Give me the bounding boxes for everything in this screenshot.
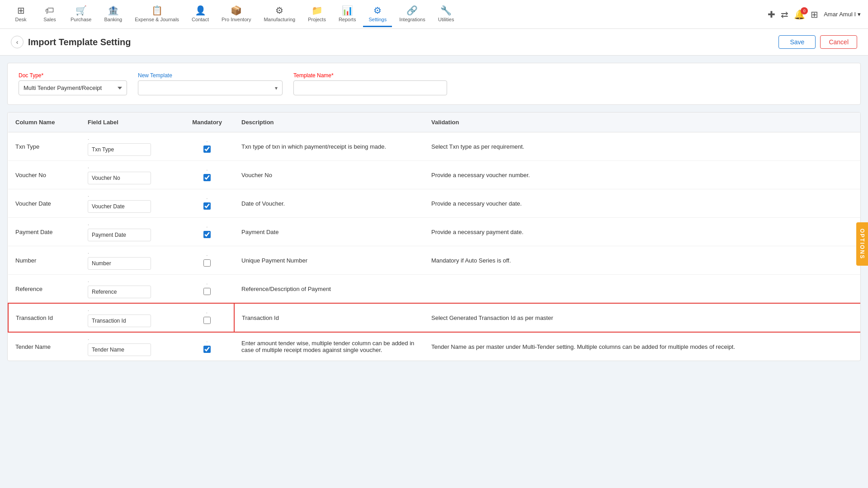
nav-item-sales[interactable]: 🏷 Sales xyxy=(36,2,63,27)
col-desc-voucher-date: Date of Voucher. xyxy=(234,189,424,218)
grid-icon[interactable]: ⊞ xyxy=(811,9,818,20)
col-mandatory-transaction-id: · xyxy=(180,303,234,332)
col-header-validation: Validation xyxy=(424,113,860,132)
col-field-txn-type: · xyxy=(80,132,180,161)
nav-item-projects[interactable]: 📁 Projects xyxy=(302,1,331,27)
nav-item-contact[interactable]: 👤 Contact xyxy=(186,1,214,27)
contact-icon: 👤 xyxy=(195,5,206,16)
field-input-voucher-date[interactable] xyxy=(88,200,151,213)
field-input-txn-type[interactable] xyxy=(88,143,151,156)
col-desc-txn-type: Txn type of txn in which payment/receipt… xyxy=(234,132,424,161)
mandatory-checkbox-reference[interactable] xyxy=(203,288,211,295)
nav-label-utilities: Utilities xyxy=(438,17,454,22)
page-header: ‹ Import Template Setting Save Cancel xyxy=(0,29,868,56)
notification-icon[interactable]: 🔔 0 xyxy=(794,9,805,20)
table-row: Number··Unique Payment NumberMandatory i… xyxy=(8,246,860,275)
col-header-mandatory: Mandatory xyxy=(180,113,234,132)
nav-item-manufacturing[interactable]: ⚙ Manufacturing xyxy=(258,1,301,27)
back-button[interactable]: ‹ xyxy=(11,36,24,48)
purchase-icon: 🛒 xyxy=(75,5,87,16)
nav-item-utilities[interactable]: 🔧 Utilities xyxy=(433,1,460,27)
mandatory-checkbox-tender-name[interactable] xyxy=(203,346,211,353)
mandatory-checkbox-number[interactable] xyxy=(203,259,211,267)
mandatory-checkbox-voucher-no[interactable] xyxy=(203,174,211,181)
col-validation-tender-name: Tender Name as per master under Multi-Te… xyxy=(424,332,860,361)
template-name-label: Template Name* xyxy=(293,72,447,79)
col-desc-number: Unique Payment Number xyxy=(234,246,424,275)
table-row: Payment Date··Payment DateProvide a nece… xyxy=(8,218,860,246)
nav-item-integrations[interactable]: 🔗 Integrations xyxy=(394,1,430,27)
col-field-tender-name: · xyxy=(80,332,180,361)
transfer-icon[interactable]: ⇄ xyxy=(781,9,788,20)
table-row: Reference··Reference/Description of Paym… xyxy=(8,275,860,304)
add-icon[interactable]: ✚ xyxy=(768,9,775,20)
new-template-select-wrap: ▾ xyxy=(138,80,283,95)
expense-icon: 📋 xyxy=(151,5,163,16)
template-name-group: Template Name* xyxy=(293,72,447,95)
new-template-chevron-icon: ▾ xyxy=(270,85,282,91)
nav-label-reports: Reports xyxy=(339,17,356,22)
field-input-number[interactable] xyxy=(88,257,151,270)
col-name-reference: Reference xyxy=(8,275,80,304)
field-input-reference[interactable] xyxy=(88,286,151,298)
nav-right: ✚ ⇄ 🔔 0 ⊞ Amar Amul I ▾ xyxy=(768,9,861,20)
mandatory-checkbox-voucher-date[interactable] xyxy=(203,202,211,210)
nav-item-banking[interactable]: 🏦 Banking xyxy=(99,1,127,27)
nav-item-desk[interactable]: ⊞ Desk xyxy=(7,1,34,27)
nav-label-integrations: Integrations xyxy=(399,17,425,22)
col-mandatory-reference: · xyxy=(180,275,234,304)
cancel-button[interactable]: Cancel xyxy=(820,35,857,49)
integrations-icon: 🔗 xyxy=(406,5,418,16)
col-field-reference: · xyxy=(80,275,180,304)
col-name-payment-date: Payment Date xyxy=(8,218,80,246)
table-row: Tender Name··Enter amount tender wise, m… xyxy=(8,332,860,361)
pro-inventory-icon: 📦 xyxy=(231,5,242,16)
mandatory-checkbox-transaction-id[interactable] xyxy=(203,317,211,324)
nav-item-settings[interactable]: ⚙ Settings xyxy=(363,1,392,27)
col-field-payment-date: · xyxy=(80,218,180,246)
reports-icon: 📊 xyxy=(342,5,353,16)
mandatory-checkbox-txn-type[interactable] xyxy=(203,145,211,153)
nav-item-purchase[interactable]: 🛒 Purchase xyxy=(65,1,97,27)
table-header-row: Column Name Field Label Mandatory Descri… xyxy=(8,113,860,132)
doc-type-select[interactable]: Multi Tender Payment/Receipt xyxy=(19,80,127,95)
field-input-payment-date[interactable] xyxy=(88,229,151,241)
sales-icon: 🏷 xyxy=(45,5,54,16)
template-name-input[interactable] xyxy=(293,80,447,95)
nav-label-purchase: Purchase xyxy=(71,17,91,22)
col-mandatory-voucher-no: · xyxy=(180,161,234,189)
col-header-column-name: Column Name xyxy=(8,113,80,132)
col-mandatory-tender-name: · xyxy=(180,332,234,361)
desk-icon: ⊞ xyxy=(17,5,25,16)
user-menu[interactable]: Amar Amul I ▾ xyxy=(824,11,861,18)
mandatory-checkbox-payment-date[interactable] xyxy=(203,231,211,238)
utilities-icon: 🔧 xyxy=(440,5,452,16)
col-header-description: Description xyxy=(234,113,424,132)
col-desc-tender-name: Enter amount tender wise, multiple tende… xyxy=(234,332,424,361)
nav-item-expense[interactable]: 📋 Expense & Journals xyxy=(129,1,184,27)
col-field-number: · xyxy=(80,246,180,275)
col-desc-transaction-id: Transaction Id xyxy=(234,303,424,332)
field-input-tender-name[interactable] xyxy=(88,343,151,356)
table-row: Voucher Date··Date of Voucher.Provide a … xyxy=(8,189,860,218)
col-name-number: Number xyxy=(8,246,80,275)
top-nav: ⊞ Desk 🏷 Sales 🛒 Purchase 🏦 Banking 📋 Ex… xyxy=(0,0,868,29)
page-title-area: ‹ Import Template Setting xyxy=(11,36,131,48)
table-row: Transaction Id··Transaction IdSelect Gen… xyxy=(8,303,860,332)
nav-item-pro-inventory[interactable]: 📦 Pro Inventory xyxy=(216,1,256,27)
new-template-label: New Template xyxy=(138,72,283,79)
col-mandatory-voucher-date: · xyxy=(180,189,234,218)
user-name-label: Amar Amul I xyxy=(824,11,856,18)
options-sidebar[interactable]: OPTIONS xyxy=(856,222,868,266)
new-template-select[interactable] xyxy=(138,81,270,95)
field-input-voucher-no[interactable] xyxy=(88,172,151,184)
nav-item-reports[interactable]: 📊 Reports xyxy=(333,1,362,27)
save-button[interactable]: Save xyxy=(778,35,816,49)
user-chevron-icon: ▾ xyxy=(858,11,861,18)
col-field-transaction-id: · xyxy=(80,303,180,332)
new-template-group: New Template ▾ xyxy=(138,72,283,95)
table-area: Column Name Field Label Mandatory Descri… xyxy=(7,112,861,361)
field-input-transaction-id[interactable] xyxy=(88,314,151,327)
col-desc-payment-date: Payment Date xyxy=(234,218,424,246)
nav-label-contact: Contact xyxy=(192,17,209,22)
